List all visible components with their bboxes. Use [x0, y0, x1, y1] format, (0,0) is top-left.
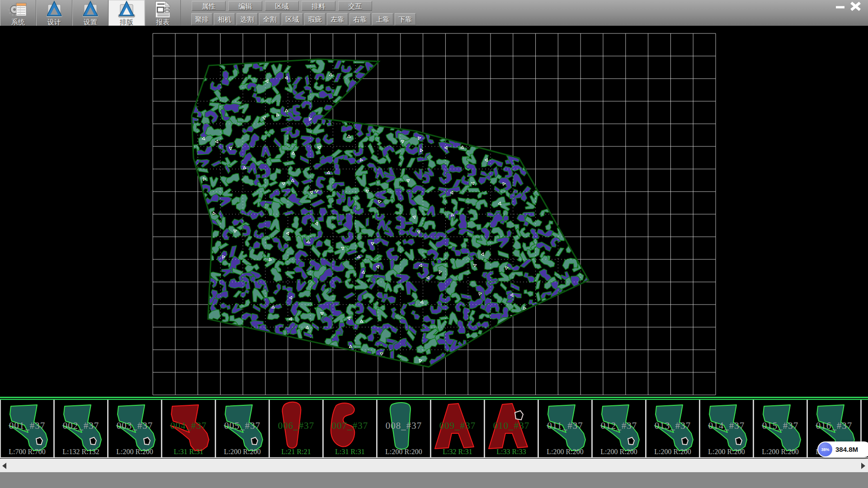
strip-separator [0, 397, 868, 400]
piece-thumbnail-shape [431, 400, 484, 456]
thumbnail-tile-12[interactable]: 012_#37L:200 R:200 [593, 400, 645, 457]
toolbar: 系统设计设置排版报表 属性编辑区域排料交互 聚排相机选割全割区域瑕疵左靠右靠上靠… [0, 0, 868, 26]
thumbnail-tile-11[interactable]: 011_#37L:200 R:200 [539, 400, 591, 457]
launcher-button-settings[interactable]: 设置 [72, 0, 108, 26]
piece-thumbnail-shape [539, 400, 591, 456]
tool-button-7[interactable]: 左靠 [327, 13, 348, 25]
thumbnail-tile-8[interactable]: 008_#37L:200 R:200 [377, 400, 430, 457]
thumbnail-tile-3[interactable]: 003_#37L:200 R:200 [108, 400, 161, 457]
menu-tab-2[interactable]: 编辑 [228, 1, 262, 11]
menu-tab-3[interactable]: 区域 [265, 1, 299, 11]
chevron-right-icon[interactable] [861, 463, 865, 469]
menu-tab-1[interactable]: 属性 [192, 1, 226, 11]
launcher-label: 系统 [0, 19, 36, 25]
system-icon [8, 0, 28, 19]
piece-thumbnail-shape [646, 400, 699, 456]
thumbnail-tile-2[interactable]: 002_#37L:132 R:132 [55, 400, 107, 457]
thumbnail-strip: 001_#37L:700 R:700002_#37L:132 R:132003_… [0, 400, 868, 458]
nesting-canvas[interactable] [0, 26, 868, 397]
bottom-bar [0, 472, 868, 488]
app-window: 系统设计设置排版报表 属性编辑区域排料交互 聚排相机选割全割区域瑕疵左靠右靠上靠… [0, 0, 868, 488]
minimize-button[interactable] [833, 2, 847, 11]
piece-thumbnail-shape [377, 400, 430, 456]
launcher-button-design[interactable]: 设计 [36, 0, 72, 26]
piece-thumbnail-shape [593, 400, 645, 456]
close-button[interactable] [848, 1, 863, 11]
tool-button-2[interactable]: 相机 [214, 13, 235, 25]
launcher-button-report[interactable]: 报表 [145, 0, 181, 26]
piece-thumbnail-shape [108, 400, 161, 456]
close-icon [848, 1, 863, 11]
minimize-icon [833, 2, 847, 11]
piece-thumbnail-shape [324, 400, 376, 456]
chevron-left-icon[interactable] [2, 463, 6, 469]
thumbnail-tile-14[interactable]: 014_#37L:200 R:200 [700, 400, 753, 457]
piece-thumbnail-shape [754, 400, 807, 456]
piece-thumbnail-shape [700, 400, 753, 456]
launcher-label: 设置 [72, 19, 108, 25]
launcher-label: 报表 [145, 19, 181, 25]
launcher-button-system[interactable]: 系统 [0, 0, 36, 26]
thumbnail-tile-9[interactable]: 009_#37L:32 R:31 [431, 400, 484, 457]
progress-circle: 38% [818, 442, 832, 456]
piece-thumbnail-shape [270, 400, 322, 456]
nesting-canvas-svg [0, 26, 868, 397]
memory-badge: 38% 384.8M [817, 441, 868, 457]
piece-thumbnail-shape [216, 400, 269, 456]
piece-thumbnail-shape [485, 400, 538, 456]
tool-button-9[interactable]: 上靠 [372, 13, 393, 25]
thumbnail-tile-1[interactable]: 001_#37L:700 R:700 [1, 400, 53, 457]
piece-thumbnail-shape [162, 400, 215, 456]
horizontal-scrollbar[interactable] [0, 459, 868, 472]
tool-button-10[interactable]: 下靠 [395, 13, 416, 25]
thumbnail-tile-15[interactable]: 015_#37L:200 R:200 [754, 400, 807, 457]
piece-thumbnail-shape [1, 400, 53, 456]
tool-button-6[interactable]: 瑕疵 [304, 13, 326, 25]
launcher-label: 排版 [108, 19, 145, 25]
tool-button-3[interactable]: 选割 [236, 13, 258, 25]
tool-button-4[interactable]: 全割 [259, 13, 280, 25]
thumbnail-tile-10[interactable]: 010_#37L:33 R:33 [485, 400, 538, 457]
thumbnail-tile-13[interactable]: 013_#37L:200 R:200 [646, 400, 699, 457]
launcher-label: 设计 [36, 19, 72, 25]
tool-button-8[interactable]: 右靠 [349, 13, 371, 25]
thumbnail-tile-6[interactable]: 006_#37L:21 R:21 [270, 400, 322, 457]
tool-button-1[interactable]: 聚排 [191, 13, 212, 25]
layout-icon [117, 0, 137, 19]
thumbnail-tile-4[interactable]: 004_#37L:31 R:31 [162, 400, 215, 457]
menu-tab-4[interactable]: 排料 [302, 1, 335, 11]
thumbnail-tile-7[interactable]: 007_#37L:31 R:31 [324, 400, 376, 457]
report-icon [153, 0, 173, 19]
launcher-button-layout[interactable]: 排版 [108, 0, 145, 26]
tool-button-5[interactable]: 区域 [282, 13, 303, 25]
memory-label: 384.8M [835, 446, 858, 453]
piece-thumbnail-shape [55, 400, 107, 456]
menu-tab-5[interactable]: 交互 [338, 1, 372, 11]
design-icon [44, 0, 64, 19]
thumbnail-tile-5[interactable]: 005_#37L:200 R:200 [216, 400, 269, 457]
settings-icon [80, 0, 100, 19]
